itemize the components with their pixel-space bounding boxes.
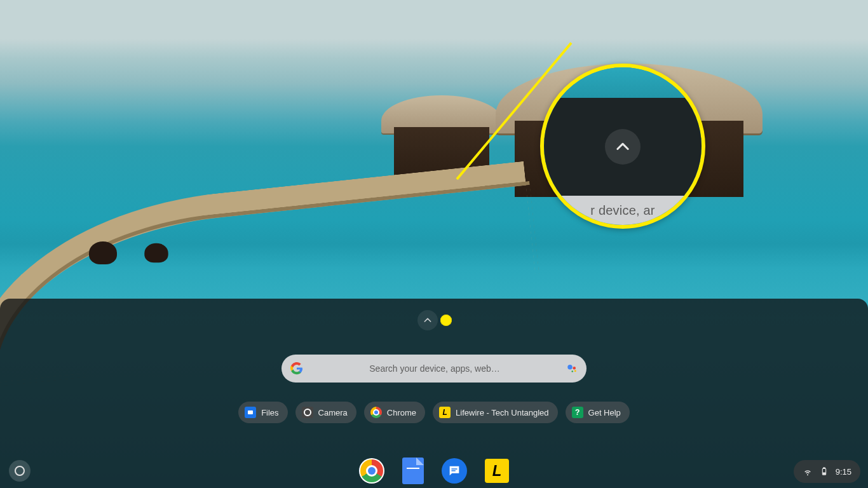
help-icon bbox=[572, 407, 583, 418]
system-tray[interactable]: 9:15 bbox=[794, 460, 860, 483]
google-logo-icon bbox=[290, 362, 303, 375]
suggestion-chips: Files Camera Chrome L Lifewire - Tech Un… bbox=[238, 402, 630, 423]
svg-point-2 bbox=[574, 370, 576, 372]
chip-label: Get Help bbox=[588, 408, 621, 417]
chevron-up-icon bbox=[605, 129, 641, 165]
chip-label: Chrome bbox=[387, 408, 416, 417]
shelf-apps: L bbox=[359, 458, 509, 484]
chrome-icon bbox=[370, 407, 382, 418]
assistant-icon bbox=[566, 363, 578, 374]
chip-camera[interactable]: Camera bbox=[295, 402, 356, 423]
expand-launcher-button[interactable] bbox=[417, 310, 438, 330]
camera-icon bbox=[302, 407, 313, 418]
chevron-up-icon bbox=[423, 315, 433, 325]
search-placeholder: Search your device, apps, web… bbox=[313, 363, 556, 374]
shelf-app-chrome[interactable] bbox=[359, 458, 384, 484]
shelf-app-messages[interactable] bbox=[442, 458, 467, 484]
chip-label: Files bbox=[261, 408, 278, 417]
chip-chrome[interactable]: Chrome bbox=[364, 402, 425, 423]
files-icon bbox=[245, 407, 256, 418]
chip-label: Camera bbox=[318, 408, 348, 417]
wifi-icon bbox=[803, 466, 813, 477]
launcher-button[interactable] bbox=[9, 460, 31, 482]
annotation-dot bbox=[440, 315, 452, 326]
chip-get-help[interactable]: Get Help bbox=[566, 402, 630, 423]
annotation-magnifier: r device, ar bbox=[540, 64, 705, 229]
chip-label: Lifewire - Tech Untangled bbox=[456, 408, 548, 417]
tray-time: 9:15 bbox=[836, 467, 851, 477]
search-bar[interactable]: Search your device, apps, web… bbox=[281, 355, 587, 383]
chrome-icon bbox=[360, 459, 383, 482]
shelf-app-lifewire[interactable]: L bbox=[485, 459, 509, 483]
svg-rect-7 bbox=[823, 468, 825, 468]
chip-lifewire[interactable]: L Lifewire - Tech Untangled bbox=[433, 402, 557, 423]
svg-point-3 bbox=[571, 370, 573, 372]
svg-point-0 bbox=[567, 365, 573, 370]
svg-rect-8 bbox=[823, 473, 825, 474]
svg-rect-4 bbox=[451, 468, 457, 469]
svg-point-1 bbox=[573, 367, 576, 370]
battery-icon bbox=[819, 466, 829, 477]
messages-icon bbox=[447, 464, 461, 478]
svg-rect-5 bbox=[451, 470, 455, 471]
shelf: L bbox=[0, 454, 868, 488]
lifewire-icon: L bbox=[439, 407, 451, 418]
wallpaper-pots bbox=[89, 241, 170, 264]
shelf-app-docs[interactable] bbox=[402, 458, 424, 484]
chip-files[interactable]: Files bbox=[238, 402, 287, 423]
